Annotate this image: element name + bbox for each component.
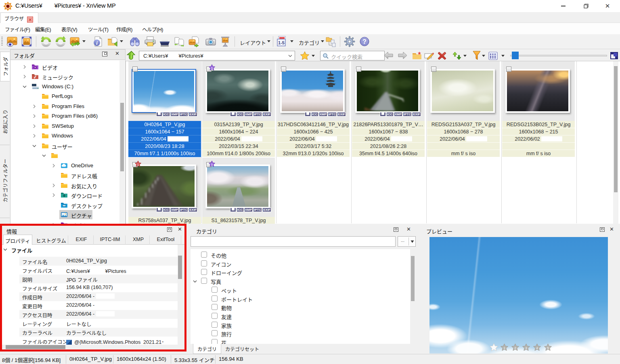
svg-text:i: i bbox=[96, 40, 98, 46]
svg-text:?: ? bbox=[362, 38, 367, 45]
svg-text:3: 3 bbox=[526, 346, 527, 350]
svg-text:5: 5 bbox=[547, 346, 549, 350]
svg-text:2: 2 bbox=[515, 346, 516, 350]
svg-text:1: 1 bbox=[504, 346, 505, 350]
svg-text:5: 5 bbox=[211, 67, 213, 70]
svg-text:5: 5 bbox=[211, 163, 213, 166]
svg-text:1: 1 bbox=[137, 163, 139, 166]
svg-text:4: 4 bbox=[536, 346, 538, 350]
svg-text:1-5: 1-5 bbox=[278, 40, 285, 45]
